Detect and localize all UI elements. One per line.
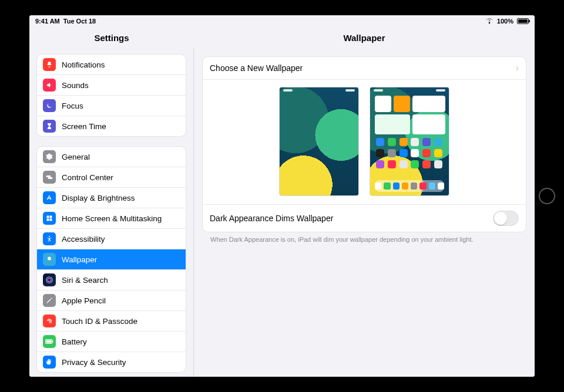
sidebar-item-accessibility[interactable]: Accessibility: [37, 228, 186, 249]
gear-icon: [43, 150, 56, 163]
sidebar-item-label: Accessibility: [62, 235, 105, 244]
status-date: Tue Oct 18: [63, 18, 96, 25]
choose-label: Choose a New Wallpaper: [210, 63, 303, 73]
chevron-right-icon: ›: [516, 63, 519, 73]
pencil-icon: [43, 294, 56, 307]
svg-point-1: [48, 278, 51, 282]
dark-appearance-toggle[interactable]: [493, 211, 519, 226]
sidebar-item-privacy-security[interactable]: Privacy & Security: [37, 352, 186, 372]
ipad-frame: 9:41 AM Tue Oct 18 100% Settings Wallpap…: [0, 0, 564, 392]
sidebar-item-general[interactable]: General: [37, 147, 186, 167]
dark-appearance-row: Dark Appearance Dims Wallpaper: [203, 204, 526, 232]
battery-percent: 100%: [497, 18, 513, 25]
sidebar-item-siri-search[interactable]: Siri & Search: [37, 269, 186, 290]
flower-icon: [43, 253, 56, 266]
text-size-icon: [43, 191, 56, 204]
wifi-icon: [485, 18, 494, 24]
sidebar-item-label: Apple Pencil: [62, 296, 106, 305]
wallpaper-previews: [203, 79, 526, 204]
home-button[interactable]: [539, 188, 555, 204]
sidebar-item-apple-pencil[interactable]: Apple Pencil: [37, 290, 186, 310]
sidebar-group-1: Notifications Sounds Focus: [36, 54, 186, 137]
battery-icon: [517, 18, 529, 24]
svg-point-0: [46, 277, 53, 283]
apps-grid-icon: [43, 212, 56, 225]
wallpaper-detail: Choose a New Wallpaper ›: [194, 48, 535, 377]
status-bar: 9:41 AM Tue Oct 18 100%: [29, 15, 535, 27]
sidebar-item-label: Battery: [62, 337, 87, 346]
sidebar-group-2: General Control Center Display & Brightn…: [36, 146, 186, 373]
sidebar-item-label: Sounds: [62, 81, 89, 90]
sidebar-item-label: Display & Brightness: [62, 194, 135, 202]
sidebar-item-control-center[interactable]: Control Center: [37, 167, 186, 187]
hand-icon: [43, 356, 56, 369]
speaker-icon: [43, 79, 56, 92]
dark-appearance-footer: When Dark Appearance is on, iPad will di…: [202, 232, 526, 243]
screen: 9:41 AM Tue Oct 18 100% Settings Wallpap…: [29, 15, 535, 377]
svg-rect-4: [46, 340, 52, 343]
dark-appearance-label: Dark Appearance Dims Wallpaper: [210, 214, 333, 223]
choose-new-wallpaper-row[interactable]: Choose a New Wallpaper ›: [203, 57, 526, 79]
sidebar-item-label: Screen Time: [62, 122, 106, 131]
sidebar-item-label: Siri & Search: [62, 276, 108, 285]
sidebar-item-label: General: [62, 153, 90, 161]
settings-sidebar[interactable]: Notifications Sounds Focus: [29, 48, 194, 377]
toggles-icon: [43, 171, 56, 184]
sidebar-item-screen-time[interactable]: Screen Time: [37, 116, 186, 136]
sidebar-item-focus[interactable]: Focus: [37, 95, 186, 116]
sidebar-item-label: Notifications: [62, 60, 105, 69]
sidebar-item-label: Touch ID & Passcode: [62, 317, 137, 326]
homescreen-preview[interactable]: [370, 87, 449, 196]
sidebar-item-label: Control Center: [62, 173, 113, 182]
title-bar: Settings Wallpaper: [29, 27, 535, 48]
sidebar-item-notifications[interactable]: Notifications: [37, 55, 186, 75]
sidebar-item-sounds[interactable]: Sounds: [37, 75, 186, 95]
sidebar-item-label: Wallpaper: [62, 255, 97, 264]
sidebar-item-home-multitasking[interactable]: Home Screen & Multitasking: [37, 208, 186, 228]
sidebar-title: Settings: [29, 33, 194, 43]
page-title: Wallpaper: [194, 33, 535, 43]
svg-rect-3: [52, 340, 53, 343]
fingerprint-icon: [43, 315, 56, 327]
lockscreen-preview[interactable]: [279, 87, 359, 196]
sidebar-item-label: Home Screen & Multitasking: [62, 214, 162, 223]
sidebar-item-label: Focus: [62, 102, 83, 110]
sidebar-item-battery[interactable]: Battery: [37, 331, 186, 352]
siri-icon: [43, 273, 56, 286]
sidebar-item-label: Privacy & Security: [62, 358, 126, 367]
bell-icon: [43, 58, 56, 71]
wallpaper-card: Choose a New Wallpaper ›: [202, 56, 526, 232]
moon-icon: [43, 99, 56, 112]
accessibility-icon: [43, 232, 56, 245]
sidebar-item-display-brightness[interactable]: Display & Brightness: [37, 187, 186, 208]
sidebar-item-touchid-passcode[interactable]: Touch ID & Passcode: [37, 310, 186, 331]
status-time: 9:41 AM: [35, 18, 60, 25]
sidebar-item-wallpaper[interactable]: Wallpaper: [37, 249, 186, 269]
battery-icon: [43, 335, 56, 348]
hourglass-icon: [43, 120, 56, 133]
